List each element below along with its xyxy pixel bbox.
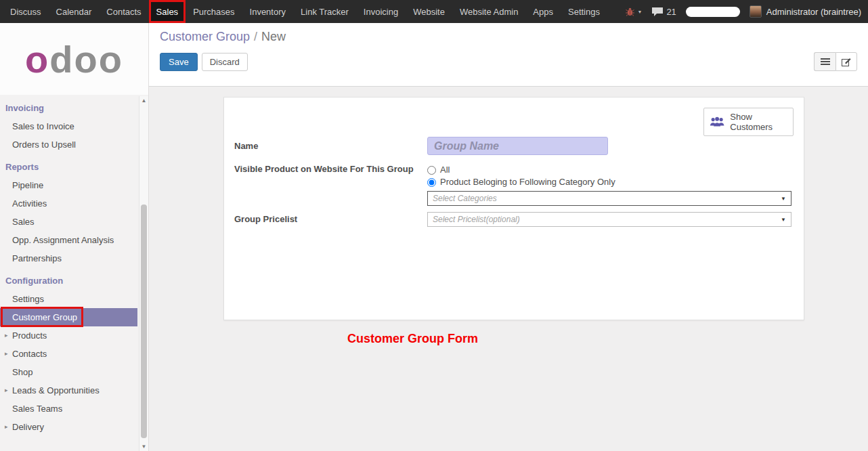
nav-inventory[interactable]: Inventory — [242, 0, 293, 23]
visibility-label: Visible Product on Website For This Grou… — [234, 164, 427, 188]
breadcrumb: Customer Group/New — [160, 30, 857, 44]
sidebar-item-leads-opportunities[interactable]: ▸Leads & Opportunities — [0, 381, 137, 400]
form-fields: Name Visible Product on Website For This… — [234, 137, 794, 227]
sidebar-section-configuration: Configuration — [0, 267, 137, 290]
caret-down-icon: ▼ — [637, 9, 642, 14]
form-view-button[interactable] — [836, 52, 857, 71]
nav-invoicing[interactable]: Invoicing — [356, 0, 406, 23]
sidebar-item-customer-group[interactable]: Customer Group — [0, 308, 137, 326]
sidebar-item-label: Delivery — [12, 422, 44, 432]
expand-arrow-icon: ▸ — [5, 332, 8, 339]
sidebar-item-orders-to-upsell[interactable]: Orders to Upsell — [0, 135, 137, 154]
group-pricelist-label: Group Pricelist — [234, 212, 427, 227]
sidebar-section-invoicing: Invoicing — [0, 95, 137, 117]
scroll-up-icon[interactable]: ▲ — [139, 96, 148, 105]
customer-group-form-card: Show Customers Name Visible Product on W… — [223, 97, 804, 320]
sidebar: odoo Invoicing Sales to Invoice Orders t… — [0, 23, 149, 451]
messages-count: 21 — [666, 7, 676, 17]
sidebar-item-sales-teams[interactable]: Sales Teams — [0, 400, 137, 418]
pricelist-select[interactable]: Select Pricelist(optional) ▼ — [427, 212, 791, 227]
topbar-right-tools: ▼ 21 Administrator (braintree) — [626, 0, 868, 23]
sidebar-item-shop[interactable]: Shop — [0, 363, 137, 381]
categories-placeholder: Select Categories — [433, 194, 781, 203]
nav-settings[interactable]: Settings — [561, 0, 607, 23]
user-menu[interactable]: Administrator (braintree) — [750, 5, 861, 18]
scrollbar-thumb[interactable] — [141, 205, 147, 438]
sidebar-item-label: Leads & Opportunities — [12, 385, 100, 395]
show-customers-button[interactable]: Show Customers — [703, 108, 794, 136]
annotation-caption: Customer Group Form — [347, 332, 478, 346]
nav-discuss[interactable]: Discuss — [3, 0, 49, 23]
nav-link-tracker[interactable]: Link Tracker — [293, 0, 356, 23]
nav-calendar[interactable]: Calendar — [49, 0, 100, 23]
pricelist-placeholder: Select Pricelist(optional) — [433, 215, 781, 224]
edit-form-icon — [842, 57, 852, 66]
name-label: Name — [234, 137, 427, 155]
sidebar-item-label: Contacts — [12, 349, 47, 359]
user-avatar — [750, 5, 762, 18]
messages-button[interactable]: 21 — [651, 7, 676, 17]
nav-apps[interactable]: Apps — [525, 0, 561, 23]
radio-all-label: All — [440, 164, 450, 176]
status-pill — [686, 7, 740, 17]
sidebar-item-opp-assignment-analysis[interactable]: Opp. Assignment Analysis — [0, 231, 137, 249]
group-name-input[interactable] — [427, 137, 608, 155]
radio-option-category[interactable]: Product Beloging to Following Category O… — [427, 176, 615, 188]
breadcrumb-new: New — [261, 30, 286, 43]
content-area: Show Customers Name Visible Product on W… — [149, 87, 868, 451]
nav-website-admin[interactable]: Website Admin — [452, 0, 525, 23]
categories-spacer — [234, 191, 427, 206]
radio-category-label: Product Beloging to Following Category O… — [440, 176, 615, 188]
list-view-button[interactable] — [814, 52, 836, 71]
nav-website[interactable]: Website — [406, 0, 452, 23]
user-name: Administrator (braintree) — [766, 7, 861, 17]
expand-arrow-icon: ▸ — [5, 423, 8, 430]
chat-bubble-icon — [651, 7, 664, 17]
radio-option-all[interactable]: All — [427, 164, 615, 176]
sidebar-item-activities[interactable]: Activities — [0, 194, 137, 213]
control-panel-buttons: Save Discard — [160, 52, 857, 71]
nav-contacts[interactable]: Contacts — [99, 0, 148, 23]
sidebar-item-label: Customer Group — [12, 312, 77, 322]
save-button[interactable]: Save — [160, 53, 198, 71]
scroll-down-icon[interactable]: ▼ — [139, 442, 148, 451]
sidebar-item-sales-to-invoice[interactable]: Sales to Invoice — [0, 117, 137, 135]
nav-purchases[interactable]: Purchases — [186, 0, 242, 23]
sidebar-item-sales[interactable]: Sales — [0, 213, 137, 231]
sidebar-item-products[interactable]: ▸Products — [0, 326, 137, 345]
odoo-app: Discuss Calendar Contacts Sales Purchase… — [0, 0, 868, 451]
control-panel: Customer Group/New Save Discard — [149, 23, 868, 87]
odoo-logo[interactable]: odoo — [0, 23, 148, 95]
radio-all[interactable] — [427, 166, 436, 175]
customers-group-icon — [710, 115, 724, 129]
sidebar-section-reports: Reports — [0, 154, 137, 176]
dropdown-caret-icon: ▼ — [781, 196, 786, 202]
sidebar-item-label: Products — [12, 330, 47, 341]
sidebar-item-pipeline[interactable]: Pipeline — [0, 176, 137, 194]
sidebar-item-settings[interactable]: Settings — [0, 290, 137, 308]
discard-button[interactable]: Discard — [202, 53, 248, 71]
logo-letters-doo: doo — [49, 37, 123, 81]
breadcrumb-customer-group[interactable]: Customer Group — [160, 30, 250, 43]
debug-menu-button[interactable]: ▼ — [626, 7, 642, 16]
expand-arrow-icon: ▸ — [5, 387, 8, 393]
sidebar-item-contacts[interactable]: ▸Contacts — [0, 345, 137, 363]
list-icon — [821, 58, 830, 66]
categories-select[interactable]: Select Categories ▼ — [427, 191, 791, 206]
dropdown-caret-icon: ▼ — [781, 217, 786, 223]
sidebar-scrollbar[interactable]: ▲ ▼ — [139, 96, 148, 451]
nav-sales[interactable]: Sales — [149, 0, 186, 23]
sidebar-item-delivery[interactable]: ▸Delivery — [0, 418, 137, 436]
radio-category[interactable] — [427, 178, 436, 187]
logo-letter-o: o — [25, 37, 49, 81]
bug-icon — [626, 7, 634, 16]
view-switcher — [814, 52, 857, 71]
main-area: Customer Group/New Save Discard — [149, 23, 868, 451]
sidebar-item-partnerships[interactable]: Partnerships — [0, 249, 137, 267]
show-customers-label: Show Customers — [730, 112, 787, 132]
sidebar-menu: Invoicing Sales to Invoice Orders to Ups… — [0, 95, 148, 436]
top-navbar: Discuss Calendar Contacts Sales Purchase… — [0, 0, 868, 23]
expand-arrow-icon: ▸ — [5, 350, 8, 357]
main-menu: Discuss Calendar Contacts Sales Purchase… — [0, 0, 607, 23]
breadcrumb-separator: / — [254, 30, 257, 43]
